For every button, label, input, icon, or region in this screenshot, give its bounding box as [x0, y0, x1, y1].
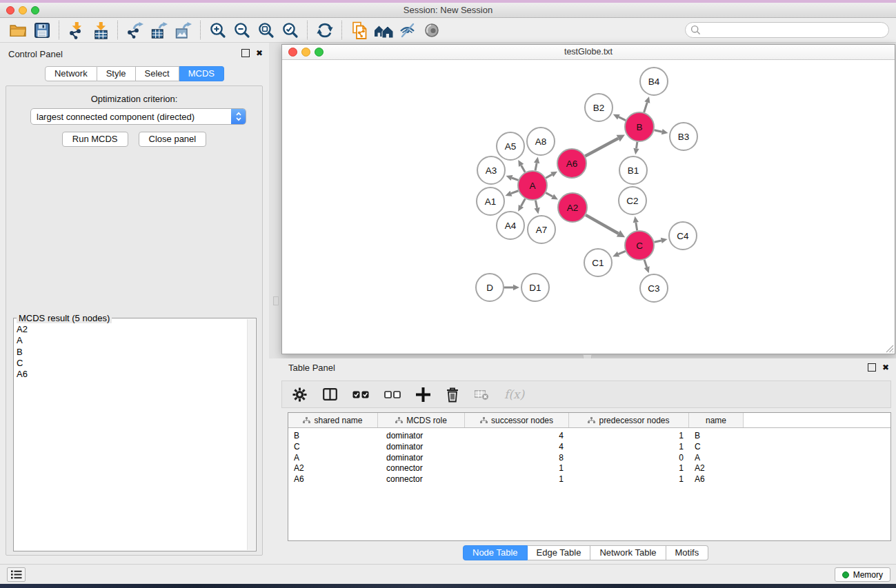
float-panel-icon[interactable]	[241, 49, 250, 57]
zoom-fit-button[interactable]	[254, 19, 278, 41]
select-all-button[interactable]	[352, 391, 369, 398]
graph-edge-C-C1[interactable]	[619, 251, 626, 254]
memory-button[interactable]: Memory	[835, 567, 890, 582]
zoom-out-button[interactable]	[230, 19, 254, 41]
cell-mcds-role: dominator	[378, 442, 465, 453]
graph-edge-B-B2[interactable]	[619, 117, 626, 121]
table-mode-button[interactable]	[292, 387, 308, 403]
close-panel-button[interactable]: Close panel	[139, 132, 207, 147]
refresh-view-button[interactable]	[312, 19, 337, 41]
result-item[interactable]: B	[17, 347, 28, 358]
graph-edge-A-A2[interactable]	[546, 193, 552, 196]
column-header-name[interactable]: name	[689, 413, 744, 427]
import-table-button[interactable]	[88, 19, 112, 41]
graph-node-label: C	[636, 241, 643, 251]
column-header-shared-name[interactable]: shared name	[288, 413, 378, 427]
search-field[interactable]	[685, 22, 889, 38]
memory-label: Memory	[853, 570, 883, 580]
graph-edge-A-A8[interactable]	[535, 163, 537, 170]
tab-network[interactable]: Network	[45, 66, 97, 81]
new-column-button[interactable]	[416, 387, 430, 402]
tab-network-table[interactable]: Network Table	[590, 545, 666, 560]
network-window-controls	[288, 48, 323, 57]
graph-edge-A-A1[interactable]	[511, 191, 518, 194]
graph-edge-A-A4[interactable]	[521, 199, 525, 206]
task-history-button[interactable]	[7, 567, 26, 582]
column-header-successor-nodes[interactable]: successor nodes	[465, 413, 569, 427]
tab-select[interactable]: Select	[136, 66, 179, 81]
minimize-window-button[interactable]	[19, 6, 27, 14]
close-panel-icon[interactable]: ✖	[882, 363, 889, 372]
export-image-button[interactable]	[171, 19, 195, 41]
clone-network-button[interactable]	[347, 19, 371, 41]
chevron-up-down-icon	[235, 111, 242, 122]
zoom-network-window-button[interactable]	[315, 48, 323, 57]
graph-edge-C-C2[interactable]	[636, 223, 637, 231]
zoom-selected-button[interactable]	[278, 19, 302, 41]
network-window-titlebar[interactable]: testGlobe.txt	[282, 45, 895, 60]
splitter-handle-vertical[interactable]	[273, 296, 279, 305]
close-network-window-button[interactable]	[288, 48, 297, 57]
criterion-select[interactable]: largest connected component (directed)	[30, 108, 246, 125]
open-session-button[interactable]	[6, 19, 30, 41]
network-canvas[interactable]: B4B2BB3A5A8A6A3B1AA1C2A2A4A7CC4C1C3DD1	[282, 60, 895, 354]
close-panel-icon[interactable]: ✖	[256, 49, 263, 57]
run-mcds-button[interactable]: Run MCDS	[62, 132, 128, 147]
graph-edge-A-A6[interactable]	[546, 174, 552, 178]
export-network-button[interactable]	[123, 19, 147, 41]
table-row[interactable]: A2connector11A2	[288, 463, 890, 474]
minimize-network-window-button[interactable]	[301, 48, 310, 57]
window-resize-grip[interactable]	[884, 343, 894, 353]
show-graphics-button[interactable]	[419, 19, 444, 41]
graph-edge-A6-B[interactable]	[585, 139, 618, 156]
result-item[interactable]: C	[17, 358, 28, 369]
mcds-buttons: Run MCDS Close panel	[6, 132, 262, 147]
result-item[interactable]: A	[17, 335, 28, 346]
tab-mcds[interactable]: MCDS	[179, 66, 224, 81]
tab-motifs[interactable]: Motifs	[666, 545, 709, 560]
table-row[interactable]: Bdominator41B	[288, 431, 890, 442]
column-header-mcds-role[interactable]: MCDS role	[378, 413, 465, 427]
search-input[interactable]	[704, 25, 884, 36]
show-columns-button[interactable]	[323, 388, 337, 401]
cell-successor-nodes: 4	[465, 431, 569, 442]
close-window-button[interactable]	[6, 6, 14, 14]
refresh-icon	[316, 21, 334, 39]
graph-edge-A2-C[interactable]	[586, 215, 618, 234]
table-tabs: Node TableEdge TableNetwork TableMotifs	[463, 545, 708, 560]
export-table-button[interactable]	[147, 19, 171, 41]
graph-edge-B-B3[interactable]	[654, 130, 661, 132]
result-item[interactable]: A6	[17, 369, 28, 380]
save-session-button[interactable]	[30, 19, 54, 41]
open-home-button[interactable]	[371, 19, 395, 41]
network-view-window: testGlobe.txt B4B2BB3A5A8A6A3B1AA1C2A2A4…	[281, 44, 895, 354]
gear-icon	[292, 387, 308, 403]
function-builder-button[interactable]: f(x)	[504, 387, 524, 401]
zoom-window-button[interactable]	[31, 6, 39, 14]
table-row[interactable]: Cdominator41C	[288, 442, 890, 453]
tab-edge-table[interactable]: Edge Table	[528, 545, 591, 560]
float-panel-icon[interactable]	[868, 363, 876, 372]
column-header-predecessor-nodes[interactable]: predecessor nodes	[569, 413, 689, 427]
graph-edge-C-C3[interactable]	[644, 260, 647, 267]
table-panel-title: Table Panel	[288, 363, 335, 373]
result-scrollbar[interactable]	[247, 319, 255, 550]
graph-node-label: B	[636, 122, 642, 132]
delete-table-button[interactable]	[475, 389, 489, 401]
graph-edge-C-C4[interactable]	[654, 241, 661, 242]
graph-edge-B-B4[interactable]	[644, 102, 648, 112]
table-row[interactable]: Adominator80A	[288, 453, 890, 464]
deselect-all-button[interactable]	[384, 391, 401, 398]
tab-style[interactable]: Style	[97, 66, 136, 81]
zoom-in-button[interactable]	[206, 19, 230, 41]
hide-panels-button[interactable]	[395, 19, 419, 41]
graph-edge-A-A5[interactable]	[521, 165, 526, 172]
graph-edge-A-A7[interactable]	[535, 201, 537, 208]
graph-edge-B-B1[interactable]	[637, 142, 637, 149]
tab-node-table[interactable]: Node Table	[463, 545, 528, 560]
table-row[interactable]: A6connector11A6	[288, 474, 890, 485]
import-network-button[interactable]	[64, 19, 88, 41]
graph-edge-A-A3[interactable]	[512, 178, 518, 180]
delete-column-button[interactable]	[446, 387, 459, 403]
result-item[interactable]: A2	[17, 324, 28, 335]
